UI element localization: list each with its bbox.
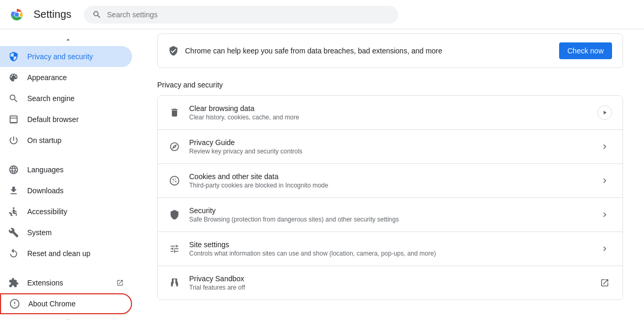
sidebar-label-on-startup: On startup [27,136,61,145]
sliders-icon [168,242,181,255]
svg-point-10 [174,180,175,181]
flask-icon [168,277,181,289]
about-chrome-icon [9,299,20,309]
chevron-right-icon-3 [600,210,609,219]
privacy-guide-text: Privacy Guide Review key privacy and sec… [189,138,589,155]
shield-icon [8,51,19,62]
sidebar-item-system[interactable]: System [0,222,132,243]
sidebar-label-downloads: Downloads [27,186,63,195]
compass-icon [168,140,181,153]
site-settings-subtitle: Controls what information sites can use … [189,250,589,257]
search-icon [92,10,102,19]
privacy-guide-subtitle: Review key privacy and security controls [189,148,589,155]
sidebar-item-extensions[interactable]: Extensions [0,272,132,293]
sidebar-label-privacy: Privacy and security [27,52,93,61]
chevron-right-icon [600,142,609,151]
svg-point-7 [175,179,176,180]
sidebar: Privacy and security Appearance Search e… [0,29,136,320]
safe-banner-text: Chrome can help keep you safe from data … [185,47,442,55]
sidebar-item-reset[interactable]: Reset and clean up [0,243,132,264]
wrench-icon [8,227,19,238]
section-title: Privacy and security [157,81,623,89]
security-text: Security Safe Browsing (protection from … [189,206,589,223]
svg-point-3 [13,207,14,209]
extensions-external-icon [116,279,124,286]
clear-browsing-data-text: Clear browsing data Clear history, cooki… [189,104,589,121]
sidebar-divider-2 [0,264,136,272]
safe-banner-left: Chrome can help keep you safe from data … [168,46,442,56]
sidebar-label-default-browser: Default browser [27,115,79,124]
search-bar[interactable] [84,6,398,24]
sidebar-label-appearance: Appearance [27,73,67,82]
globe-icon [8,164,19,175]
svg-point-2 [15,13,19,17]
privacy-guide-action[interactable] [597,139,612,154]
search-engine-icon [8,93,19,104]
scroll-up-arrow[interactable] [0,34,136,46]
chrome-logo-icon [8,6,25,23]
sidebar-item-accessibility[interactable]: Accessibility [0,201,132,222]
shield-check-icon [168,46,179,56]
cookies-action[interactable] [597,173,612,188]
security-row[interactable]: Security Safe Browsing (protection from … [158,198,623,232]
sidebar-item-privacy-and-security[interactable]: Privacy and security [0,46,132,67]
site-settings-title: Site settings [189,240,589,249]
sidebar-divider [0,151,136,159]
cookie-icon [168,174,181,187]
sidebar-label-about: About Chrome [28,300,75,308]
cookies-text: Cookies and other site data Third-party … [189,172,589,189]
sidebar-item-about-chrome[interactable]: About Chrome [0,293,132,314]
trash-icon [168,106,181,119]
content-area: Chrome can help keep you safe from data … [136,29,644,320]
sidebar-item-on-startup[interactable]: On startup [0,130,132,151]
clear-browsing-data-row[interactable]: Clear browsing data Clear history, cooki… [158,96,623,130]
security-subtitle: Safe Browsing (protection from dangerous… [189,216,589,223]
palette-icon [8,72,19,83]
security-icon [168,208,181,221]
arrow-circle-icon [597,105,612,120]
check-now-button[interactable]: Check now [559,42,612,59]
sidebar-item-downloads[interactable]: Downloads [0,180,132,201]
power-icon [8,135,19,146]
chevron-right-icon-2 [600,176,609,185]
site-settings-text: Site settings Controls what information … [189,240,589,257]
scroll-down-arrow[interactable] [0,314,136,320]
privacy-sandbox-title: Privacy Sandbox [189,274,589,283]
privacy-guide-row[interactable]: Privacy Guide Review key privacy and sec… [158,130,623,164]
main-layout: Privacy and security Appearance Search e… [0,29,644,320]
sidebar-item-default-browser[interactable]: Default browser [0,109,132,130]
sidebar-label-extensions: Extensions [27,279,63,287]
sidebar-label-languages: Languages [27,165,63,174]
privacy-sandbox-row[interactable]: Privacy Sandbox Trial features are off [158,266,623,300]
site-settings-action[interactable] [597,241,612,256]
sidebar-item-languages[interactable]: Languages [0,159,132,180]
clear-browsing-data-title: Clear browsing data [189,104,589,113]
svg-point-9 [173,182,174,183]
sidebar-item-appearance[interactable]: Appearance [0,67,132,88]
sidebar-label-search-engine: Search engine [27,94,74,103]
clear-browsing-data-action[interactable] [597,105,612,120]
download-icon [8,185,19,196]
cookies-row[interactable]: Cookies and other site data Third-party … [158,164,623,198]
clear-browsing-data-subtitle: Clear history, cookies, cache, and more [189,114,589,121]
page-title: Settings [34,8,71,20]
privacy-sandbox-action[interactable] [597,275,612,290]
safe-browsing-banner: Chrome can help keep you safe from data … [157,34,623,68]
svg-point-6 [172,179,174,180]
svg-point-8 [175,181,177,182]
sidebar-label-accessibility: Accessibility [27,207,67,216]
sidebar-item-search-engine[interactable]: Search engine [0,88,132,109]
accessibility-icon [8,206,19,217]
cookies-title: Cookies and other site data [189,172,589,181]
top-bar: Settings [0,0,644,29]
sidebar-label-reset: Reset and clean up [27,249,91,258]
reset-icon [8,248,19,259]
settings-card: Clear browsing data Clear history, cooki… [157,95,623,300]
privacy-sandbox-text: Privacy Sandbox Trial features are off [189,274,589,291]
browser-icon [8,114,19,125]
search-input[interactable] [107,10,390,19]
external-link-icon [600,278,609,288]
security-action[interactable] [597,207,612,222]
cookies-subtitle: Third-party cookies are blocked in Incog… [189,182,589,189]
site-settings-row[interactable]: Site settings Controls what information … [158,232,623,266]
